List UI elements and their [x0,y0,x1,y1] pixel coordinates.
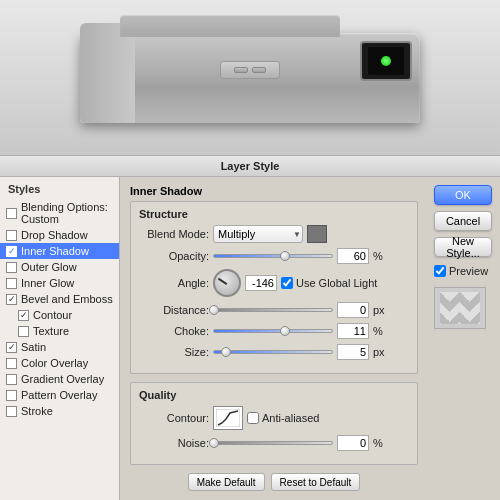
preview-label: Preview [449,265,488,277]
size-slider[interactable] [213,350,333,354]
emblem-slot-1 [234,67,248,73]
contour-row: Contour: Anti-aliased [139,406,409,430]
choke-input[interactable] [337,323,369,339]
checkbox-outer-glow[interactable] [6,262,17,273]
noise-row: Noise: % [139,435,409,451]
structure-title: Structure [139,208,409,220]
opacity-unit: % [373,250,383,262]
distance-row: Distance: px [139,302,409,318]
style-label-gradient-overlay: Gradient Overlay [21,373,104,385]
opacity-thumb [280,251,290,261]
style-label-bevel-emboss: Bevel and Emboss [21,293,113,305]
checkbox-inner-shadow[interactable] [6,246,17,257]
style-item-gradient-overlay[interactable]: Gradient Overlay [0,371,119,387]
choke-label: Choke: [139,325,209,337]
ok-button[interactable]: OK [434,185,492,205]
quality-section: Quality Contour: Anti-aliased [130,382,418,465]
choke-row: Choke: % [139,323,409,339]
checkbox-gradient-overlay[interactable] [6,374,17,385]
contour-curve-icon [216,409,240,427]
style-label-color-overlay: Color Overlay [21,357,88,369]
blend-mode-select[interactable]: Multiply Normal Screen Overlay [213,225,303,243]
style-item-blending-options[interactable]: Blending Options: Custom [0,199,119,227]
style-label-inner-shadow: Inner Shadow [21,245,89,257]
checkbox-inner-glow[interactable] [6,278,17,289]
checkbox-pattern-overlay[interactable] [6,390,17,401]
checkbox-blending-options[interactable] [6,208,17,219]
camera-viewfinder [360,41,412,81]
style-item-outer-glow[interactable]: Outer Glow [0,259,119,275]
style-item-inner-glow[interactable]: Inner Glow [0,275,119,291]
make-default-button[interactable]: Make Default [188,473,265,491]
emblem-slot-2 [252,67,266,73]
checkbox-satin[interactable] [6,342,17,353]
opacity-slider[interactable] [213,254,333,258]
distance-input[interactable] [337,302,369,318]
checkbox-color-overlay[interactable] [6,358,17,369]
blend-mode-wrapper[interactable]: Multiply Normal Screen Overlay ▼ [213,225,303,243]
size-unit: px [373,346,385,358]
noise-input[interactable] [337,435,369,451]
checkbox-contour[interactable] [18,310,29,321]
checkbox-bevel-emboss[interactable] [6,294,17,305]
styles-panel: Styles Blending Options: Custom Drop Sha… [0,177,120,500]
style-label-blending-options: Blending Options: Custom [21,201,113,225]
preview-thumbnail [434,287,486,329]
preview-checkbox-wrapper[interactable]: Preview [434,265,492,277]
style-item-satin[interactable]: Satin [0,339,119,355]
angle-label: Angle: [139,277,209,289]
style-item-color-overlay[interactable]: Color Overlay [0,355,119,371]
style-label-drop-shadow: Drop Shadow [21,229,88,241]
checkbox-drop-shadow[interactable] [6,230,17,241]
style-item-texture[interactable]: Texture [0,323,119,339]
settings-panel: Inner Shadow Structure Blend Mode: Multi… [120,177,428,500]
style-label-satin: Satin [21,341,46,353]
global-light-checkbox[interactable] [281,277,293,289]
anti-aliased-checkbox[interactable] [247,412,259,424]
distance-thumb [209,305,219,315]
layer-style-dialog: Layer Style Styles Blending Options: Cus… [0,155,500,500]
preview-thumb-content [440,292,480,324]
noise-label: Noise: [139,437,209,449]
dialog-titlebar: Layer Style [0,155,500,177]
style-label-stroke: Stroke [21,405,53,417]
structure-section: Structure Blend Mode: Multiply Normal Sc… [130,201,418,374]
opacity-row: Opacity: % [139,248,409,264]
preview-checkbox[interactable] [434,265,446,277]
dialog-content: Styles Blending Options: Custom Drop Sha… [0,177,500,500]
camera-body [80,33,420,123]
angle-dial[interactable] [213,269,241,297]
new-style-button[interactable]: New Style... [434,237,492,257]
choke-thumb [280,326,290,336]
camera-emblem [220,61,280,79]
angle-input[interactable] [245,275,277,291]
global-light-checkbox-wrapper[interactable]: Use Global Light [281,277,377,289]
blend-mode-label: Blend Mode: [139,228,209,240]
opacity-input[interactable] [337,248,369,264]
size-input[interactable] [337,344,369,360]
blend-mode-color-swatch[interactable] [307,225,327,243]
opacity-label: Opacity: [139,250,209,262]
anti-aliased-wrapper[interactable]: Anti-aliased [247,412,319,424]
reset-to-default-button[interactable]: Reset to Default [271,473,361,491]
style-label-inner-glow: Inner Glow [21,277,74,289]
checkbox-texture[interactable] [18,326,29,337]
choke-slider[interactable] [213,329,333,333]
quality-title: Quality [139,389,409,401]
noise-slider[interactable] [213,441,333,445]
style-item-bevel-emboss[interactable]: Bevel and Emboss [0,291,119,307]
style-label-pattern-overlay: Pattern Overlay [21,389,97,401]
style-item-contour[interactable]: Contour [0,307,119,323]
distance-slider[interactable] [213,308,333,312]
style-item-pattern-overlay[interactable]: Pattern Overlay [0,387,119,403]
style-item-inner-shadow[interactable]: Inner Shadow [0,243,119,259]
style-item-stroke[interactable]: Stroke [0,403,119,419]
blend-mode-row: Blend Mode: Multiply Normal Screen Overl… [139,225,409,243]
angle-indicator [218,278,227,285]
cancel-button[interactable]: Cancel [434,211,492,231]
checkbox-stroke[interactable] [6,406,17,417]
contour-preview[interactable] [213,406,243,430]
style-item-drop-shadow[interactable]: Drop Shadow [0,227,119,243]
camera-top-bar [120,15,340,37]
style-label-texture: Texture [33,325,69,337]
